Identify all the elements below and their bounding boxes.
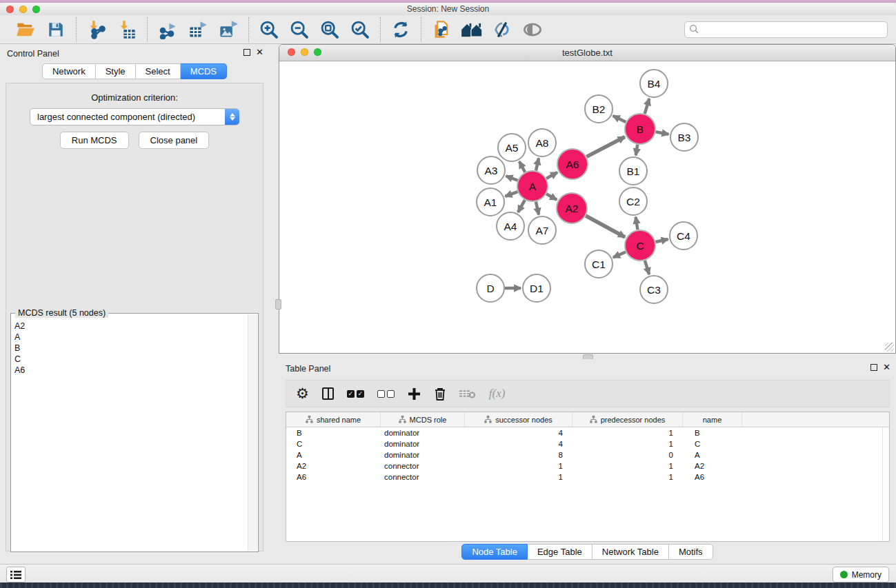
export-table-icon[interactable] — [187, 19, 209, 41]
tab-node-table[interactable]: Node Table — [461, 544, 528, 560]
node-B2[interactable]: B2 — [585, 95, 613, 123]
zoom-out-icon[interactable] — [288, 19, 310, 41]
gear-icon[interactable]: ⚙ — [296, 384, 309, 403]
close-panel-icon[interactable]: ✕ — [256, 49, 263, 56]
node-A3[interactable]: A3 — [477, 156, 505, 184]
node-B1[interactable]: B1 — [619, 157, 647, 185]
close-table-panel-icon[interactable]: ✕ — [883, 364, 890, 371]
column-header-successor-nodes[interactable]: successor nodes — [465, 412, 573, 427]
network-window-titlebar[interactable]: testGlobe.txt — [279, 45, 895, 61]
table-row[interactable]: Cdominator41C — [286, 438, 889, 449]
vertical-splitter-handle[interactable] — [275, 299, 281, 310]
add-column-icon[interactable] — [408, 384, 421, 403]
column-header-name[interactable]: name — [683, 412, 742, 427]
table-cell[interactable]: A6 — [683, 473, 742, 481]
result-list-item[interactable]: A — [14, 332, 248, 343]
task-history-button[interactable] — [6, 567, 26, 582]
zoom-in-icon[interactable] — [258, 19, 280, 41]
zoom-fit-icon[interactable] — [319, 19, 341, 41]
tab-select[interactable]: Select — [136, 63, 181, 79]
refresh-layout-icon[interactable] — [390, 19, 412, 41]
home-icon[interactable] — [461, 19, 483, 41]
mcds-result-list[interactable]: A2ABCA6 — [12, 321, 248, 551]
node-C[interactable]: C — [625, 230, 655, 261]
edge-A-A8[interactable] — [536, 158, 539, 170]
search-input[interactable] — [684, 21, 888, 38]
run-mcds-button[interactable]: Run MCDS — [60, 132, 129, 149]
edge-A-A6[interactable] — [546, 172, 557, 179]
tab-mcds[interactable]: MCDS — [181, 63, 227, 79]
result-list-item[interactable]: B — [14, 343, 248, 354]
show-hide-icon[interactable] — [521, 19, 544, 41]
result-list-item[interactable]: A2 — [14, 321, 248, 332]
open-file-icon[interactable] — [14, 19, 37, 41]
node-C2[interactable]: C2 — [619, 187, 647, 215]
edge-C-C2[interactable] — [636, 217, 638, 230]
node-A4[interactable]: A4 — [497, 212, 524, 240]
result-list-item[interactable]: C — [14, 354, 248, 365]
minimize-window-button[interactable] — [19, 6, 27, 13]
criterion-dropdown[interactable]: largest connected component (directed) — [30, 108, 239, 125]
node-A5[interactable]: A5 — [498, 134, 526, 161]
table-cell[interactable]: 1 — [573, 462, 683, 470]
edge-A6-B[interactable] — [586, 137, 624, 157]
node-B3[interactable]: B3 — [670, 123, 698, 151]
edge-A-A4[interactable] — [518, 200, 525, 212]
tab-style[interactable]: Style — [96, 63, 136, 79]
node-A8[interactable]: A8 — [528, 129, 556, 156]
table-cell[interactable]: B — [683, 429, 742, 437]
table-row[interactable]: Bdominator41B — [286, 427, 889, 438]
table-cell[interactable]: 1 — [573, 440, 683, 448]
node-A6[interactable]: A6 — [557, 149, 588, 179]
export-network-icon[interactable] — [157, 19, 179, 41]
node-C3[interactable]: C3 — [640, 276, 668, 303]
hide-details-icon[interactable] — [491, 19, 513, 41]
table-cell[interactable]: 1 — [573, 473, 683, 481]
import-table-icon[interactable] — [116, 19, 138, 41]
edge-B-B2[interactable] — [613, 116, 626, 122]
table-cell[interactable]: 0 — [573, 451, 683, 459]
table-cell[interactable]: A6 — [286, 473, 381, 481]
table-row[interactable]: A6connector11A6 — [286, 472, 889, 483]
network-canvas[interactable]: B4B2BB3A8A5A6A3B1AA1C2A2A4A7C4CC1DD1C3 — [279, 61, 895, 353]
node-C4[interactable]: C4 — [670, 222, 697, 250]
float-table-panel-icon[interactable] — [870, 364, 877, 371]
edge-A-A1[interactable] — [506, 192, 518, 196]
import-network-icon[interactable] — [86, 19, 108, 41]
resize-grip-icon[interactable] — [885, 343, 894, 352]
node-A[interactable]: A — [517, 171, 548, 201]
zoom-window-button[interactable] — [32, 6, 40, 13]
edge-A-A3[interactable] — [506, 176, 517, 181]
table-cell[interactable]: 1 — [465, 462, 573, 470]
tab-network[interactable]: Network — [42, 63, 96, 79]
table-cell[interactable]: A — [683, 451, 742, 459]
tab-network-table[interactable]: Network Table — [593, 544, 669, 560]
deselect-all-icon[interactable] — [377, 384, 395, 403]
column-header-mcds-role[interactable]: MCDS role — [381, 412, 465, 427]
table-cell[interactable]: 4 — [465, 429, 573, 437]
table-cell[interactable]: 8 — [465, 451, 573, 459]
node-A2[interactable]: A2 — [557, 193, 587, 223]
network-close-button[interactable] — [288, 48, 295, 56]
table-cell[interactable]: 1 — [465, 473, 573, 481]
edge-A-A5[interactable] — [519, 161, 525, 172]
table-scrollbar[interactable] — [882, 427, 889, 541]
network-zoom-button[interactable] — [314, 48, 321, 56]
edge-A-A7[interactable] — [536, 201, 539, 214]
edge-C-C4[interactable] — [655, 239, 668, 242]
node-D1[interactable]: D1 — [523, 274, 550, 302]
export-image-icon[interactable] — [217, 19, 239, 41]
edge-B-B1[interactable] — [636, 145, 638, 156]
table-cell[interactable]: A2 — [683, 462, 742, 470]
node-A1[interactable]: A1 — [477, 188, 504, 216]
edge-B-B4[interactable] — [645, 99, 650, 114]
node-B[interactable]: B — [625, 114, 655, 144]
edge-A-A2[interactable] — [546, 194, 557, 200]
edge-B-B3[interactable] — [656, 132, 669, 134]
table-cell[interactable]: A2 — [286, 462, 381, 470]
column-header-shared-name[interactable]: shared name — [286, 412, 381, 427]
result-scrollbar[interactable] — [248, 314, 257, 551]
table-cell[interactable]: connector — [381, 473, 465, 481]
edge-C-C3[interactable] — [645, 261, 649, 274]
memory-button[interactable]: Memory — [833, 567, 889, 582]
